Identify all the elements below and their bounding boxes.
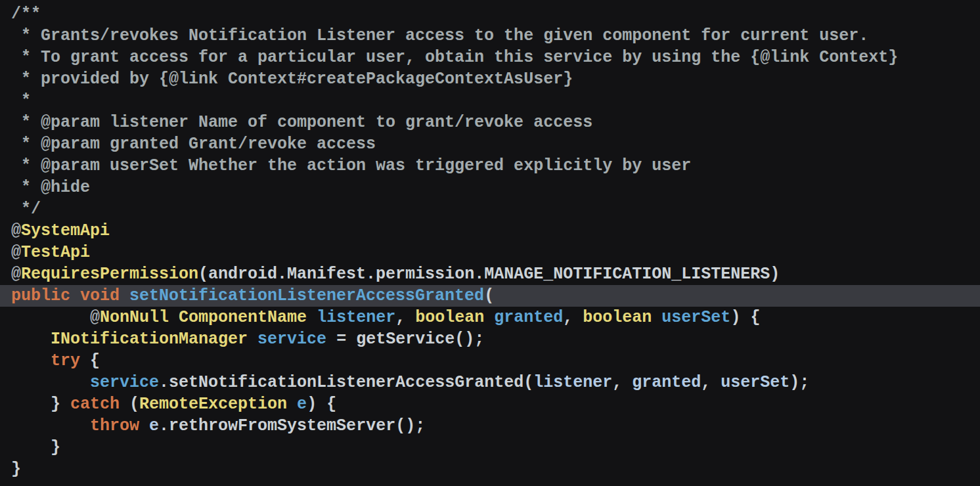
code-token-comment: * provided by {@link Context#createPacka…	[11, 70, 573, 89]
code-token-blue: listener	[317, 308, 395, 327]
code-line[interactable]: }	[0, 458, 980, 480]
code-token-gray: @	[11, 243, 21, 262]
code-token-yellow: boolean	[415, 308, 484, 327]
code-token-plain: }	[11, 395, 70, 414]
code-token-blue: setNotificationListenerAccessGranted	[129, 286, 484, 305]
code-token-plain: .rethrowFromSystemServer();	[159, 416, 425, 435]
code-line[interactable]: }	[0, 437, 980, 458]
code-token-blue: service	[90, 373, 159, 392]
code-token-plain: = getService();	[326, 330, 484, 349]
code-token-yellow: SystemApi	[21, 221, 110, 240]
code-token-gray: @	[90, 308, 100, 327]
code-token-plain: (	[484, 286, 494, 305]
code-token-plain: ,	[701, 373, 721, 392]
code-line[interactable]: /**	[0, 3, 980, 25]
code-line[interactable]: * @param listener Name of component to g…	[0, 112, 980, 133]
code-line[interactable]: @RequiresPermission(android.Manifest.per…	[0, 263, 980, 285]
code-token-yellow: TestApi	[21, 243, 90, 262]
code-line[interactable]: service.setNotificationListenerAccessGra…	[0, 372, 980, 393]
code-token-plain: ) {	[730, 308, 760, 327]
code-token-comment: *	[11, 91, 31, 110]
code-area[interactable]: /** * Grants/revokes Notification Listen…	[0, 3, 980, 480]
code-token-plain: .setNotificationListenerAccessGranted(	[159, 373, 533, 392]
code-token-comment: * @hide	[11, 178, 90, 197]
code-token-orange: throw	[90, 416, 139, 435]
code-token-yellow: NonNull	[100, 308, 169, 327]
code-token-plain: (	[120, 395, 139, 414]
code-token-comment: */	[11, 200, 41, 219]
code-token-plain	[11, 330, 51, 349]
code-editor-viewport: /** * Grants/revokes Notification Listen…	[0, 0, 980, 486]
code-token-yellow: ComponentName	[179, 308, 307, 327]
code-token-plain: ,	[395, 308, 415, 327]
code-token-plain	[248, 330, 257, 349]
code-line[interactable]: @SystemApi	[0, 220, 980, 242]
code-token-blue: granted	[494, 308, 563, 327]
code-token-blue: e	[297, 395, 307, 414]
code-token-comment: /**	[11, 5, 41, 24]
code-token-comment: * @param userSet Whether the action was …	[11, 156, 691, 175]
code-token-lightblue: listener	[533, 373, 612, 392]
code-token-comment: * To grant access for a particular user,…	[11, 48, 898, 67]
code-token-gray: @	[11, 221, 21, 240]
code-token-plain	[652, 308, 661, 327]
code-line[interactable]: try {	[0, 350, 980, 372]
code-line[interactable]: @TestApi	[0, 242, 980, 263]
code-token-blue: service	[257, 330, 326, 349]
code-token-comment: * @param listener Name of component to g…	[11, 113, 592, 132]
code-token-yellow: boolean	[583, 308, 652, 327]
code-line[interactable]: * provided by {@link Context#createPacka…	[0, 68, 980, 90]
code-token-orange: try	[51, 351, 80, 370]
code-token-plain: ,	[612, 373, 632, 392]
code-token-yellow: RequiresPermission	[21, 265, 198, 284]
code-token-plain	[484, 308, 494, 327]
code-line[interactable]: *	[0, 90, 980, 112]
code-token-yellow: INotificationManager	[51, 330, 248, 349]
code-token-plain	[307, 308, 317, 327]
code-token-comment: * Grants/revokes Notification Listener a…	[11, 26, 868, 45]
code-line[interactable]: throw e.rethrowFromSystemServer();	[0, 415, 980, 437]
code-line[interactable]: * @param userSet Whether the action was …	[0, 155, 980, 177]
code-token-plain: {	[80, 351, 100, 370]
code-token-plain	[169, 308, 179, 327]
code-line[interactable]: } catch (RemoteException e) {	[0, 393, 980, 415]
code-token-plain	[287, 395, 297, 414]
code-line[interactable]: * @hide	[0, 177, 980, 198]
code-line[interactable]: @NonNull ComponentName listener, boolean…	[0, 307, 980, 328]
code-token-plain	[11, 308, 90, 327]
code-token-yellow: RemoteException	[139, 395, 287, 414]
code-line[interactable]: * To grant access for a particular user,…	[0, 47, 980, 68]
code-token-orange: catch	[70, 395, 120, 414]
code-line[interactable]: INotificationManager service = getServic…	[0, 328, 980, 350]
code-line[interactable]: * @param granted Grant/revoke access	[0, 133, 980, 155]
code-token-plain	[11, 373, 90, 392]
code-token-plain: }	[11, 460, 21, 479]
code-token-lightblue: userSet	[721, 373, 790, 392]
code-token-plain: (android.Manifest.permission.MANAGE_NOTI…	[198, 265, 780, 284]
code-token-lightblue: granted	[632, 373, 701, 392]
code-token-orange: public void	[11, 286, 129, 305]
code-line-highlighted[interactable]: public void setNotificationListenerAcces…	[0, 285, 980, 307]
code-token-lightblue: e	[149, 416, 159, 435]
code-line[interactable]: * Grants/revokes Notification Listener a…	[0, 25, 980, 47]
code-token-plain: ,	[563, 308, 583, 327]
code-token-plain: );	[790, 373, 809, 392]
code-token-plain: ) {	[307, 395, 336, 414]
code-token-plain: }	[11, 438, 60, 457]
code-token-plain	[11, 351, 51, 370]
code-token-plain	[139, 416, 149, 435]
code-token-plain	[11, 416, 90, 435]
code-token-blue: userSet	[661, 308, 730, 327]
code-token-comment: * @param granted Grant/revoke access	[11, 135, 376, 154]
code-line[interactable]: */	[0, 198, 980, 220]
code-token-gray: @	[11, 265, 21, 284]
